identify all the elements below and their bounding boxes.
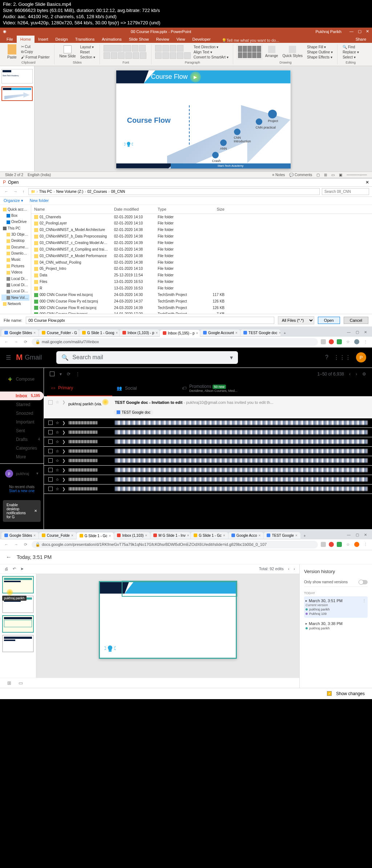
- tab-slideshow[interactable]: Slide Show: [125, 36, 153, 43]
- expand-icon[interactable]: ▸: [306, 599, 307, 603]
- select-dropdown-icon[interactable]: ▾: [60, 372, 62, 377]
- sidebar-item[interactable]: Documents: [1, 244, 29, 250]
- sidebar-item[interactable]: OneDrive: [1, 219, 29, 225]
- filename-input[interactable]: [26, 317, 274, 324]
- file-row[interactable]: 03_CNNonMNIST_a_Model Architecture02-01-…: [31, 227, 372, 233]
- star-icon[interactable]: ☆: [56, 430, 59, 435]
- align-right[interactable]: [170, 52, 176, 59]
- justify[interactable]: [177, 52, 183, 59]
- tab-view[interactable]: View: [173, 36, 189, 43]
- chats-new[interactable]: Start a new one: [5, 489, 39, 493]
- close-icon[interactable]: ✕: [364, 533, 367, 537]
- prev-icon[interactable]: ‹: [288, 567, 290, 571]
- gmail-nav-item[interactable]: More: [0, 453, 44, 461]
- file-row[interactable]: 000 CNN Course Flow.tscproj14-01-2020 17…: [31, 311, 372, 313]
- email-row[interactable]: ☆❯: [44, 456, 372, 466]
- comments-button[interactable]: 💬 Comments: [289, 173, 312, 177]
- expand-icon[interactable]: ▸: [306, 622, 307, 625]
- ppt-user[interactable]: Pukhraj Parikh: [315, 29, 341, 34]
- ext-icon[interactable]: [337, 339, 342, 344]
- tab-close-icon[interactable]: ×: [235, 331, 238, 335]
- strike-button[interactable]: [125, 52, 132, 59]
- tab-close-icon[interactable]: ×: [279, 331, 280, 335]
- back-icon[interactable]: ←: [6, 554, 12, 560]
- slide-canvas[interactable]: Course Flow ▸ Course Flow Crash Course A…: [35, 66, 372, 171]
- nav-fwd-icon[interactable]: →: [12, 188, 19, 194]
- align-left[interactable]: [155, 52, 162, 59]
- autosave-icon[interactable]: ◉: [3, 29, 7, 34]
- tab-file[interactable]: File: [3, 36, 17, 43]
- nav-back-icon[interactable]: ←: [3, 542, 10, 547]
- nav-up-icon[interactable]: ↑: [21, 188, 26, 194]
- cut-button[interactable]: ✂ Cut: [20, 44, 51, 49]
- section-button[interactable]: Section ▾: [79, 55, 97, 60]
- email-row[interactable]: ☆❯: [44, 418, 372, 428]
- avatar[interactable]: P: [356, 352, 366, 362]
- browser-tab[interactable]: Course_Folde×: [39, 532, 76, 539]
- tell-me-search[interactable]: 💡 Tell me what you want to do...: [214, 38, 353, 43]
- row-checkbox[interactable]: [48, 468, 53, 472]
- important-icon[interactable]: ❯: [62, 421, 65, 425]
- tab-home[interactable]: Home: [17, 36, 35, 43]
- zoom-slider[interactable]: ─────○──: [347, 173, 367, 177]
- star-icon[interactable]: ☆: [56, 421, 59, 425]
- italic-button[interactable]: [111, 52, 117, 59]
- email-row[interactable]: ☆❯: [44, 475, 372, 484]
- tab-insert[interactable]: Insert: [35, 36, 52, 43]
- file-row[interactable]: 03_CNNonMNIST_e_Model Performance02-01-2…: [31, 253, 372, 259]
- email-row[interactable]: ☆❯: [44, 437, 372, 447]
- row-checkbox[interactable]: [48, 400, 53, 405]
- tab-close-icon[interactable]: ×: [33, 534, 36, 538]
- tab-design[interactable]: Design: [52, 36, 72, 43]
- close-icon[interactable]: ✕: [364, 330, 367, 334]
- important-icon[interactable]: ❯: [62, 400, 65, 405]
- bold-button[interactable]: [104, 52, 110, 59]
- file-row[interactable]: R13-01-2020 16:53File folder: [31, 285, 372, 292]
- named-versions-toggle[interactable]: Only show named versions: [304, 578, 368, 587]
- font-color[interactable]: [140, 52, 146, 59]
- sidebar-item[interactable]: Local Disk (E:): [1, 288, 29, 294]
- file-row[interactable]: 000 CNN Course Flow R ed.tscproj24-03-20…: [31, 305, 372, 311]
- notification-toast[interactable]: Enable desktop notifications for G ✕: [3, 500, 41, 522]
- columns[interactable]: [184, 52, 191, 59]
- email-row[interactable]: ☆❯: [44, 447, 372, 456]
- size-select[interactable]: [122, 45, 131, 52]
- compose-button[interactable]: + Compose: [3, 372, 41, 387]
- thumb-1[interactable]: 1 Start-Tech Academy: [1, 69, 33, 84]
- align-text[interactable]: Align Text ▾: [192, 50, 230, 54]
- tab-review[interactable]: Review: [153, 36, 173, 43]
- reset-button[interactable]: Reset: [79, 50, 97, 54]
- browser-tab[interactable]: TEST Google×: [264, 532, 300, 539]
- toast-close-icon[interactable]: ✕: [34, 509, 37, 513]
- nav-fwd-icon[interactable]: →: [13, 542, 20, 547]
- font-select[interactable]: [104, 45, 122, 52]
- layout-button[interactable]: Layout ▾: [79, 45, 97, 49]
- browser-tab[interactable]: G Slide 1 - Goog×: [79, 329, 119, 337]
- maximize-icon[interactable]: ▢: [358, 29, 361, 34]
- text-direction[interactable]: Text Direction ▾: [192, 45, 230, 49]
- tab-close-icon[interactable]: ×: [109, 534, 111, 538]
- menu-icon[interactable]: ⋮: [362, 339, 369, 345]
- sidebar-item[interactable]: Local Disk (D:): [1, 282, 29, 288]
- ext-icon[interactable]: [329, 542, 334, 547]
- star-icon[interactable]: ☆: [56, 439, 59, 444]
- minimize-icon[interactable]: —: [349, 29, 353, 34]
- view-slideshow-icon[interactable]: ▣: [339, 173, 342, 177]
- show-changes-checkbox[interactable]: ✓: [327, 691, 332, 696]
- format-painter-button[interactable]: 🖌 Format Painter: [20, 55, 51, 60]
- open-button[interactable]: Open: [318, 317, 340, 324]
- reload-icon[interactable]: ⟳: [23, 542, 29, 548]
- star-icon[interactable]: ☆: [56, 487, 59, 491]
- sidebar-item[interactable]: Pictures: [1, 263, 29, 269]
- tab-close-icon[interactable]: ×: [187, 534, 189, 538]
- gmail-search[interactable]: 🔍 Search mail ▾: [56, 351, 238, 364]
- star-icon[interactable]: ☆: [345, 339, 351, 345]
- file-row[interactable]: 01_Channels02-01-2020 14:10File folder: [31, 214, 372, 220]
- next-icon[interactable]: ›: [356, 372, 357, 377]
- new-slide-button[interactable]: New Slide: [58, 45, 77, 58]
- indent-left[interactable]: [170, 45, 176, 52]
- ext-icon[interactable]: [321, 542, 326, 547]
- browser-tab[interactable]: Inbox (5,195) - p×: [160, 330, 200, 337]
- row-checkbox[interactable]: [48, 421, 53, 425]
- prev-icon[interactable]: ‹: [349, 372, 351, 377]
